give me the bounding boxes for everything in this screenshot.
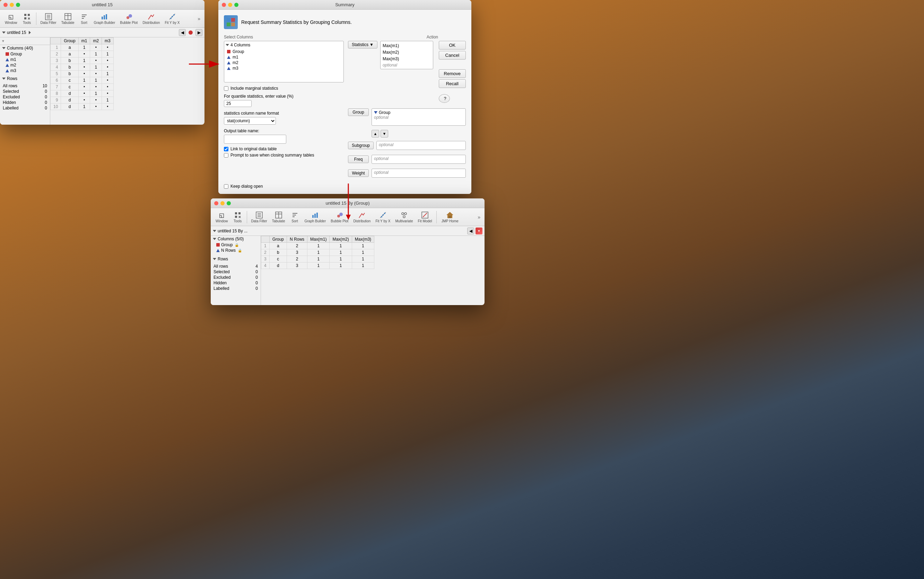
rows-section-header[interactable]: Rows	[0, 75, 50, 82]
result-toolbar-tabulate[interactable]: Tabulate	[270, 210, 287, 224]
cell-m3: 1	[102, 51, 114, 57]
toolbar-tabulate[interactable]: Tabulate	[59, 11, 77, 26]
result-col-header-maxm1[interactable]: Max(m1)	[307, 236, 330, 243]
toolbar-sort[interactable]: Sort	[77, 11, 91, 26]
close-button[interactable]	[3, 3, 8, 7]
prompt-save-checkbox[interactable]	[224, 153, 228, 157]
result-maximize-button[interactable]	[226, 201, 231, 205]
remove-button[interactable]: Remove	[439, 69, 466, 78]
result-col-header-maxm2[interactable]: Max(m2)	[330, 236, 352, 243]
data-grid[interactable]: Group m1 m2 m3 1 a 1 • • 2 a • 1 1 3 b 1…	[50, 38, 205, 125]
table-row[interactable]: 3 b 1 • •	[51, 57, 114, 64]
col-header-m2[interactable]: m2	[90, 38, 102, 44]
summary-minimize-button[interactable]	[228, 3, 232, 7]
result-toolbar-fitmodel[interactable]: Fit Model	[416, 210, 434, 224]
recall-button[interactable]: Recall	[439, 79, 466, 88]
subgroup-button[interactable]: Subgroup	[348, 142, 374, 149]
table-row[interactable]: 1 a 1 • •	[51, 44, 114, 51]
table-row[interactable]: 7 c • • •	[51, 84, 114, 90]
format-select[interactable]: stat(column)	[224, 117, 276, 125]
result-col-header-maxm3[interactable]: Max(m3)	[352, 236, 374, 243]
columns-listbox[interactable]: 4 Columns Group m1 m2	[224, 41, 344, 82]
freq-button[interactable]: Freq	[348, 155, 369, 163]
table-row[interactable]: 9 d • • 1	[51, 97, 114, 103]
quantile-input[interactable]	[224, 100, 252, 107]
table-row[interactable]: 10 d 1 • •	[51, 103, 114, 110]
col-group[interactable]: Group	[0, 51, 50, 57]
col-m3[interactable]: m3	[0, 68, 50, 74]
result-toolbar-sort[interactable]: Sort	[288, 210, 302, 224]
result-toolbar-distribution[interactable]: Distribution	[351, 210, 373, 224]
nav-back-btn[interactable]: ◀	[179, 29, 186, 36]
result-col-group[interactable]: Group 🔒	[211, 242, 261, 248]
cancel-button[interactable]: Cancel	[439, 51, 466, 60]
group-button[interactable]: Group	[348, 108, 369, 116]
col-header-m1[interactable]: m1	[78, 38, 90, 44]
col-m1[interactable]: m1	[0, 57, 50, 62]
toolbar-graphbuilder[interactable]: Graph Builder	[92, 11, 118, 26]
col-item-m2[interactable]: m2	[226, 60, 342, 65]
weight-button[interactable]: Weight	[348, 169, 369, 177]
result-columns-header[interactable]: Columns (5/0)	[211, 236, 261, 242]
result-data-grid[interactable]: Group N Rows Max(m1) Max(m2) Max(m3) 1 a…	[261, 236, 484, 305]
nav-forward-btn[interactable]: ▶	[195, 29, 202, 36]
include-marginal-checkbox[interactable]	[224, 86, 228, 91]
col-m2[interactable]: m2	[0, 62, 50, 68]
result-col-header-nrows[interactable]: N Rows	[287, 236, 307, 243]
toolbar-fitybyх[interactable]: Fit Y by X	[162, 11, 182, 26]
table-row[interactable]: 8 d • 1 •	[51, 90, 114, 97]
result-table-row[interactable]: 2 b 3 1 1 1	[261, 249, 374, 256]
svg-point-22	[129, 14, 132, 18]
table-row[interactable]: 5 b • • 1	[51, 70, 114, 77]
col-item-m3[interactable]: m3	[226, 65, 342, 71]
result-table-row[interactable]: 3 c 2 1 1 1	[261, 256, 374, 262]
toolbar-bubbleplot[interactable]: Bubble Plot	[118, 11, 140, 26]
maximize-button[interactable]	[16, 3, 20, 7]
result-toolbar-datafilter[interactable]: Data Filter	[249, 210, 269, 224]
col-header-group[interactable]: Group	[61, 38, 78, 44]
toolbar-tools[interactable]: Tools	[20, 11, 34, 26]
minimize-button[interactable]	[10, 3, 14, 7]
result-close-button[interactable]	[214, 201, 218, 205]
summary-close-button[interactable]	[222, 3, 226, 7]
statistics-button[interactable]: Statistics ▼	[348, 41, 377, 49]
table-row[interactable]: 4 b • 1 •	[51, 64, 114, 70]
columns-section-header[interactable]: Columns (4/0)	[0, 45, 50, 51]
help-button[interactable]: ?	[439, 94, 450, 103]
table-row[interactable]: 6 c 1 1 •	[51, 77, 114, 84]
result-col-header-group[interactable]: Group	[269, 236, 287, 243]
result-table-row[interactable]: 4 d 3 1 1 1	[261, 262, 374, 269]
cell-group: d	[61, 90, 78, 97]
result-allrows-label: All rows	[213, 264, 228, 269]
result-rows-header[interactable]: Rows	[211, 256, 261, 262]
result-table-row[interactable]: 1 a 2 1 1 1	[261, 243, 374, 249]
dropdown-arrow[interactable]	[2, 31, 5, 34]
move-up-button[interactable]: ▲	[371, 130, 379, 137]
ok-button[interactable]: OK	[439, 41, 466, 49]
toolbar-distribution[interactable]: Distribution	[140, 11, 162, 26]
result-toolbar-graphbuilder[interactable]: Graph Builder	[302, 210, 328, 224]
summary-maximize-button[interactable]	[234, 3, 238, 7]
toolbar-window[interactable]: ◱ Window	[3, 11, 20, 26]
result-minimize-button[interactable]	[220, 201, 225, 205]
toolbar-datafilter[interactable]: Data Filter	[38, 11, 59, 26]
col-item-m1[interactable]: m1	[226, 54, 342, 60]
result-col-nrows[interactable]: N Rows 🔒	[211, 248, 261, 253]
link-original-checkbox[interactable]	[224, 147, 228, 151]
table-row[interactable]: 2 a • 1 1	[51, 51, 114, 57]
result-toolbar-tools[interactable]: Tools	[231, 210, 245, 224]
result-toolbar-window[interactable]: ◱ Window	[213, 210, 230, 224]
result-toolbar-multivariate[interactable]: Multivariate	[393, 210, 415, 224]
jmp-home-button[interactable]: JMP Home	[439, 210, 461, 224]
result-dropdown-arrow[interactable]	[213, 230, 216, 232]
keep-open-checkbox[interactable]	[224, 184, 228, 189]
result-toolbar-fitybyх[interactable]: Fit Y by X	[373, 210, 392, 224]
result-toolbar-expand[interactable]: »	[476, 213, 482, 221]
move-down-button[interactable]: ▼	[381, 130, 388, 137]
toolbar-expand[interactable]: »	[196, 15, 202, 23]
nav-forward-arrow[interactable]	[29, 31, 31, 34]
output-table-input[interactable]	[224, 135, 286, 144]
result-nav-back-btn[interactable]: ◀	[467, 227, 474, 234]
col-item-group[interactable]: Group	[226, 49, 342, 54]
col-header-m3[interactable]: m3	[102, 38, 114, 44]
